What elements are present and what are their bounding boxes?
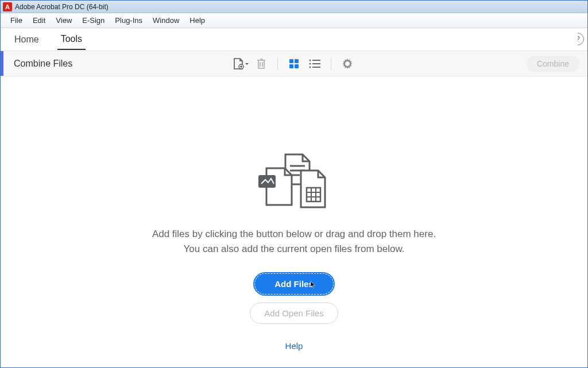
grid-view-icon[interactable] [284,53,304,74]
svg-point-7 [310,63,311,64]
instruction-text: Add files by clicking the button below o… [152,227,436,257]
menu-help[interactable]: Help [184,14,210,26]
menu-edit[interactable]: Edit [28,14,51,26]
svg-rect-2 [295,59,299,63]
title-bar: A Adobe Acrobat Pro DC (64-bit) [1,1,587,13]
svg-point-9 [310,66,311,68]
combine-button: Combine [527,56,579,72]
toolbar-divider-2 [331,57,331,70]
add-files-button[interactable]: Add Files [254,273,334,295]
tab-home[interactable]: Home [11,30,42,49]
toolbar-icons [230,53,358,74]
svg-point-5 [310,59,311,61]
app-window: A Adobe Acrobat Pro DC (64-bit) File Edi… [0,0,588,368]
main-content: Add files by clicking the button below o… [1,76,587,367]
menu-view[interactable]: View [51,14,77,26]
tab-tools[interactable]: Tools [57,29,86,50]
instruction-line-2: You can also add the current open files … [152,242,436,257]
acrobat-logo-icon: A [3,2,12,11]
instruction-line-1: Add files by clicking the button below o… [152,227,436,242]
add-files-label: Add Files [274,279,314,289]
add-file-icon[interactable] [230,53,251,74]
gear-icon[interactable] [337,53,358,74]
svg-rect-8 [312,63,320,64]
svg-rect-10 [312,67,320,68]
help-icon[interactable]: ? [571,33,584,45]
toolbar-divider [277,57,278,70]
menu-plugins[interactable]: Plug-Ins [110,14,148,26]
svg-point-11 [346,62,349,65]
help-link[interactable]: Help [285,341,303,351]
menu-esign[interactable]: E-Sign [77,14,110,26]
nav-tabs: Home Tools ? [1,28,587,51]
menu-window[interactable]: Window [148,14,184,26]
documents-illustration-icon [254,151,334,214]
svg-rect-1 [289,59,293,63]
accent-bar [1,51,3,76]
menu-bar: File Edit View E-Sign Plug-Ins Window He… [1,13,587,28]
cursor-icon [310,281,316,289]
combine-toolbar: Combine Files [1,51,587,76]
menu-file[interactable]: File [5,14,28,26]
window-title: Adobe Acrobat Pro DC (64-bit) [15,3,109,11]
add-open-files-button: Add Open Files [250,303,338,324]
svg-rect-6 [312,60,320,61]
svg-rect-4 [295,64,299,68]
trash-icon[interactable] [251,53,272,74]
svg-rect-3 [289,64,293,68]
list-view-icon[interactable] [304,53,325,74]
toolbar-title: Combine Files [14,59,72,69]
